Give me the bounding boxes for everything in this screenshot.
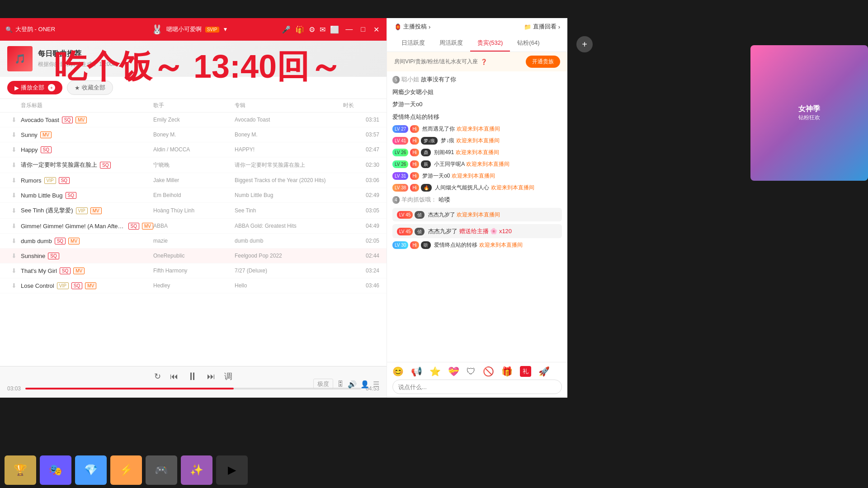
- close-icon[interactable]: ✕: [372, 25, 381, 34]
- song-row[interactable]: ⬇ Sunshine SQ OneRepublic Feelgood Pop 2…: [0, 249, 387, 263]
- screen-icon[interactable]: ⬜: [330, 25, 339, 34]
- song-download[interactable]: ⬇: [7, 192, 21, 199]
- repeat-button[interactable]: ↻: [154, 371, 161, 381]
- pause-button[interactable]: ⏸: [187, 370, 198, 383]
- emoji-button[interactable]: 😊: [392, 366, 404, 377]
- progress-bar[interactable]: [25, 388, 361, 389]
- thumbnail-item[interactable]: ⚡: [110, 455, 142, 485]
- gift-icon[interactable]: 🎁: [295, 25, 304, 34]
- mail-icon[interactable]: ✉: [320, 25, 326, 34]
- extra-button[interactable]: 礼: [520, 366, 531, 377]
- song-row[interactable]: ⬇ Lose Control VIPSQMV Hedley Hello 03:4…: [0, 278, 387, 293]
- dropdown-icon[interactable]: ▼: [223, 26, 228, 33]
- chat-input[interactable]: [392, 380, 562, 394]
- thumbnail-item[interactable]: 🏆: [5, 455, 36, 485]
- song-row[interactable]: ⬇ dumb dumb SQMV mazie dumb dumb 02:05: [0, 234, 387, 249]
- chat-username: 梦游一天o0: [421, 173, 450, 179]
- song-download[interactable]: ⬇: [7, 237, 21, 244]
- lv-badge: LV 27: [392, 125, 408, 133]
- song-artist: Emily Zeck: [153, 117, 235, 123]
- next-button[interactable]: ⏭: [207, 372, 215, 381]
- song-row[interactable]: ⬇ Rumors VIPSQ Jake Miller Biggest Track…: [0, 173, 387, 188]
- maximize-icon[interactable]: □: [359, 25, 367, 33]
- thumbnail-item[interactable]: ▶: [216, 455, 248, 485]
- manage-button[interactable]: 🛡: [467, 366, 476, 377]
- song-duration: 03:05: [343, 207, 379, 214]
- thumbnail-item[interactable]: 💎: [75, 455, 107, 485]
- song-download[interactable]: ⬇: [7, 161, 21, 169]
- speaker-button[interactable]: 📢: [411, 366, 422, 377]
- song-title-wrap: Avocado Toast SQMV: [21, 117, 153, 123]
- song-download[interactable]: ⬇: [7, 146, 21, 153]
- star-button[interactable]: ⭐: [429, 366, 441, 377]
- chat-username: 小王同学呢A: [433, 161, 465, 167]
- song-title-wrap: Lose Control VIPSQMV: [21, 282, 153, 289]
- playlist-icon: 🎵: [7, 46, 33, 71]
- tab-2[interactable]: 贵宾(532): [470, 35, 510, 52]
- open-vip-button[interactable]: 开通贵族: [526, 56, 560, 68]
- song-row[interactable]: ⬇ Avocado Toast SQMV Emily Zeck Avocado …: [0, 113, 387, 127]
- settings-icon[interactable]: ⚙: [309, 25, 315, 34]
- song-row[interactable]: ⬇ Happy SQ Aldin / MOCCA HAPPY! 02:47: [0, 142, 387, 157]
- goddess-banner: 女神季 钻粉狂欢: [750, 45, 868, 181]
- song-duration: 03:57: [343, 131, 379, 138]
- thumbnail-item[interactable]: 🎮: [146, 455, 177, 485]
- extreme-button[interactable]: 极度: [313, 379, 333, 389]
- tab-0[interactable]: 日活跃度: [394, 35, 432, 52]
- song-row[interactable]: ⬇ That's My Girl SQMV Fifth Harmony 7/27…: [0, 263, 387, 278]
- song-download[interactable]: ⬇: [7, 131, 21, 138]
- song-row[interactable]: ⬇ Numb Little Bug SQ Em Beihold Numb Lit…: [0, 188, 387, 203]
- mode-button[interactable]: 调: [224, 371, 232, 382]
- lv-badge: LV 41: [392, 137, 408, 145]
- song-badge-vip: VIP: [44, 177, 56, 184]
- song-download[interactable]: ⬇: [7, 267, 21, 274]
- chat-username: 杰杰九岁了: [426, 228, 458, 235]
- song-duration: 03:46: [343, 282, 379, 289]
- question-icon[interactable]: ❓: [481, 59, 487, 65]
- rocket-button[interactable]: 🚀: [538, 366, 550, 377]
- search-area[interactable]: 🔍 大登鹊 - ONER: [5, 25, 98, 33]
- player-controls: ↻ ⏮ ⏸ ⏭ 调 03:03 04:53 极度 🎛 🔊 👤 ☰: [0, 366, 387, 398]
- play-icon: ▶: [14, 84, 19, 91]
- song-artist: Hedley: [153, 282, 235, 289]
- minimize-icon[interactable]: —: [344, 25, 354, 33]
- list-icon[interactable]: ☰: [373, 380, 379, 389]
- gift-text: 赠送给主播: [459, 228, 489, 235]
- song-artist: Fifth Harmony: [153, 267, 235, 274]
- song-download[interactable]: ⬇: [7, 207, 21, 214]
- song-row[interactable]: ⬇ Sunny MV Boney M. Boney M. 03:57: [0, 127, 387, 142]
- gift-chat-button[interactable]: 🎁: [501, 366, 513, 377]
- song-row[interactable]: ⬇ 请你一定要时常笑脸露在脸上 SQ 宁晓晚 请你一定要时常笑脸露在脸上 02:…: [0, 157, 387, 173]
- song-row[interactable]: ⬇ See Tinh (遇见擎爱) VIPMV Hoàng Thùy Linh …: [0, 203, 387, 219]
- volume-icon[interactable]: 🔊: [348, 380, 357, 389]
- song-title-wrap: Happy SQ: [21, 146, 153, 153]
- block-button[interactable]: 🚫: [483, 366, 494, 377]
- prev-button[interactable]: ⏮: [170, 372, 178, 381]
- tab-3[interactable]: 钻粉(64): [510, 35, 547, 52]
- song-row[interactable]: ⬇ Gimme! Gimme! Gimme! (A Man After Midn…: [0, 219, 387, 234]
- anchor-post-link[interactable]: 🏮 主播投稿 ›: [394, 23, 430, 31]
- user-icon[interactable]: 👤: [360, 380, 369, 389]
- bottom-strip: 🏆🎭💎⚡🎮✨▶: [0, 452, 387, 488]
- window-controls[interactable]: 🎤 🎁 ⚙ ✉ ⬜ — □ ✕: [282, 25, 381, 34]
- vip-notice-content: 房间VIP/贵族/粉丝/送礼水友可入座: [394, 58, 478, 66]
- tab-1[interactable]: 周活跃度: [432, 35, 470, 52]
- live-replay-link[interactable]: 📁 直播回看 ›: [524, 23, 560, 31]
- fan-badge: 侦: [415, 211, 425, 219]
- chat-enter-text: 欢迎来到本直播间: [456, 149, 499, 155]
- song-download[interactable]: ⬇: [7, 252, 21, 259]
- song-download[interactable]: ⬇: [7, 222, 21, 230]
- eq-icon[interactable]: 🎛: [337, 380, 344, 388]
- powder-button[interactable]: 💝: [448, 366, 459, 377]
- song-artist: Boney M.: [153, 131, 235, 138]
- chat-username: 人间烟火气能抚凡人心: [434, 184, 489, 191]
- song-download[interactable]: ⬇: [7, 177, 21, 184]
- thumbnail-item[interactable]: 🎭: [40, 455, 71, 485]
- song-download[interactable]: ⬇: [7, 282, 21, 289]
- mic-icon[interactable]: 🎤: [282, 25, 291, 34]
- add-button[interactable]: +: [576, 36, 593, 52]
- song-download[interactable]: ⬇: [7, 116, 21, 123]
- thumbnail-item[interactable]: ✨: [181, 455, 212, 485]
- current-time: 03:03: [7, 385, 21, 392]
- song-title: That's My Girl: [21, 267, 57, 274]
